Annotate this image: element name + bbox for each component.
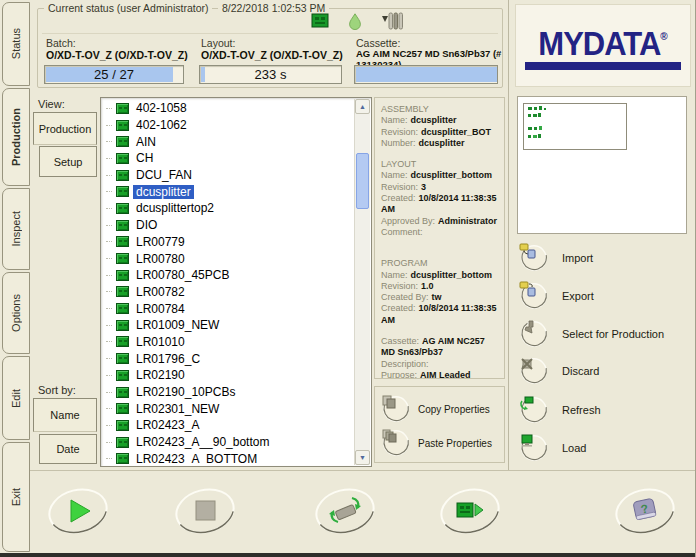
sort-date-button[interactable]: Date (39, 434, 97, 464)
view-setup-button[interactable]: Setup (39, 146, 97, 177)
list-item[interactable]: LR02190_10PCBs (103, 384, 353, 401)
view-label: View: (38, 98, 65, 110)
list-item[interactable]: AIN (103, 133, 353, 150)
tree-line (106, 392, 112, 393)
pcb-icon (116, 320, 129, 331)
detail-row: Description: (381, 359, 500, 370)
list-item[interactable]: LR01796_C (103, 350, 353, 367)
start-button[interactable] (45, 484, 111, 538)
detail-row: Purpose:AIM Leaded (381, 370, 500, 379)
list-scrollbar[interactable]: ▲ ▼ (354, 99, 370, 465)
list-item-label: DCU_FAN (133, 168, 195, 182)
list-item[interactable]: LR00780 (103, 250, 353, 267)
export-icon (519, 281, 549, 311)
list-item[interactable]: LR00779 (103, 234, 353, 251)
window-bottom-edge (0, 553, 696, 557)
cassette-section: Cassette:AG AIM NC257 MD Sn63/Pb37Descri… (381, 336, 500, 379)
list-item[interactable]: 402-1062 (103, 117, 353, 134)
list-item[interactable]: dcusplitter (103, 183, 353, 200)
tool-exchange-button[interactable] (312, 484, 378, 538)
pcb-icon (116, 120, 129, 131)
registered-mark: ® (660, 30, 667, 42)
bottom-toolbar: ? (30, 470, 696, 553)
sidebar-tab[interactable]: Exit (2, 442, 30, 552)
list-item[interactable]: LR02423_A (103, 417, 353, 434)
batch-label: Batch: (46, 37, 76, 49)
view-production-button[interactable]: Production (33, 112, 97, 145)
list-item[interactable]: LR00782 (103, 284, 353, 301)
import-icon (519, 243, 549, 273)
list-item-label: LR01010 (133, 335, 188, 349)
list-item[interactable]: LR01010 (103, 334, 353, 351)
sidebar-tab[interactable]: Production (2, 88, 30, 186)
list-item[interactable]: LR02301_NEW (103, 400, 353, 417)
sidebar-tab-label: Options (10, 294, 22, 332)
detail-row: Created:10/8/2014 11:38:35 AM (381, 303, 500, 326)
detail-row: Revision:3 (381, 182, 500, 193)
help-button[interactable]: ? (612, 484, 678, 538)
pcb-icon (116, 270, 129, 281)
list-item-label: LR02190 (133, 368, 188, 382)
mydata-logo: MYDATA® (515, 4, 691, 87)
list-item-label: 402-1062 (133, 118, 190, 132)
sort-name-button[interactable]: Name (33, 398, 97, 432)
program-section: PROGRAM Name:dcusplitter_bottomRevision:… (381, 258, 500, 326)
list-item[interactable]: LR00784 (103, 300, 353, 317)
copy-properties-button[interactable]: Copy Properties (381, 393, 490, 425)
board-preview-thumbnails (524, 104, 626, 149)
export-label: Export (562, 290, 594, 302)
scroll-up-icon[interactable]: ▲ (355, 99, 370, 114)
batch-value: O/XD-T-OV_Z (O/XD-T-OV_Z) (46, 50, 196, 61)
pcb-icon (116, 236, 129, 247)
list-item-label: LR00780_45PCB (133, 268, 232, 282)
list-item[interactable]: LR02423_A_BOTTOM (103, 450, 353, 464)
sidebar-tab[interactable]: Edit (2, 356, 30, 440)
select-for-production-button[interactable]: Select for Production (519, 317, 664, 351)
export-button[interactable]: Export (519, 279, 594, 313)
tree-line (106, 208, 112, 209)
list-item[interactable]: LR02423_A__90_bottom (103, 434, 353, 451)
scroll-down-icon[interactable]: ▼ (355, 450, 370, 465)
refresh-button[interactable]: Refresh (519, 393, 601, 427)
list-item[interactable]: dcusplittertop2 (103, 200, 353, 217)
board-eject-icon (457, 503, 483, 517)
sidebar-tab-label: Production (10, 108, 22, 166)
board-preview-panel (517, 96, 687, 234)
sidebar-tab[interactable]: Status (2, 2, 30, 86)
scrollbar-thumb[interactable] (356, 153, 369, 209)
load-label: Load (562, 442, 586, 454)
pcb-icon (116, 203, 129, 214)
list-item-label: LR02423_A_BOTTOM (133, 452, 260, 464)
pcb-icon (116, 170, 129, 181)
detail-row: Created:10/8/2014 11:38:35 AM (381, 193, 500, 216)
tree-line (106, 442, 112, 443)
sidebar-tab-label: Status (10, 28, 22, 59)
mydata-logo-underline (525, 62, 681, 70)
list-item[interactable]: DCU_FAN (103, 167, 353, 184)
properties-box: Copy Properties Paste Properties (374, 386, 505, 463)
mydata-production-window: Status Production Inspect Options Edit E… (0, 0, 696, 557)
paste-properties-button[interactable]: Paste Properties (381, 427, 492, 459)
import-label: Import (562, 252, 593, 264)
stop-button[interactable] (172, 484, 238, 538)
list-item[interactable]: 402-1058 (103, 100, 353, 117)
load-button[interactable]: Load (519, 431, 586, 465)
list-item[interactable]: LR00780_45PCB (103, 267, 353, 284)
board-transport-button[interactable] (437, 484, 503, 538)
list-item-label: AIN (133, 135, 159, 149)
tree-line (106, 291, 112, 292)
sort-date-label: Date (56, 443, 79, 455)
sidebar-tab[interactable]: Options (2, 272, 30, 354)
view-setup-label: Setup (54, 156, 83, 168)
right-column: MYDATA® Import (508, 0, 696, 471)
list-item-label: LR02301_NEW (133, 402, 222, 416)
list-item[interactable]: LR01009_NEW (103, 317, 353, 334)
tree-line (106, 458, 112, 459)
import-button[interactable]: Import (519, 241, 593, 275)
sidebar-tab[interactable]: Inspect (2, 188, 30, 270)
layout-title: LAYOUT (381, 159, 500, 170)
list-item[interactable]: LR02190 (103, 367, 353, 384)
list-item[interactable]: CH (103, 150, 353, 167)
discard-button[interactable]: Discard (519, 354, 599, 388)
list-item[interactable]: DIO (103, 217, 353, 234)
